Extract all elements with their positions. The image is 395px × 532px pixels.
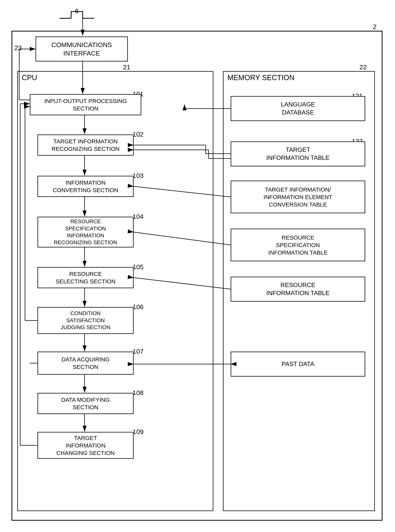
ref-23: 23	[14, 44, 22, 52]
ref-106: 106	[133, 303, 144, 311]
resource-spec-table-box: RESOURCE SPECIFICATION INFORMATION TABLE	[231, 229, 365, 261]
ref-6: 6	[75, 7, 79, 15]
ref-2: 2	[373, 23, 377, 31]
resource-info-table-box: RESOURCE INFORMATION TABLE	[231, 277, 365, 302]
comm-interface-box: COMMUNICATIONS INTERFACE	[36, 37, 128, 61]
ref-22: 22	[359, 63, 367, 71]
language-database-label: LANGUAGE DATABASE	[281, 100, 315, 116]
resource-selecting-box: RESOURCE SELECTING SECTION	[38, 267, 134, 288]
ref-103: 103	[133, 172, 144, 179]
ref-109: 109	[133, 428, 144, 435]
data-acquiring-label: DATA ACQUIRING SECTION	[61, 356, 110, 371]
target-info-changing-label: TARGET INFORMATION CHANGING SECTION	[56, 434, 115, 457]
info-converting-label: INFORMATION CONVERTING SECTION	[53, 179, 118, 194]
comm-interface-label: COMMUNICATIONS INTERFACE	[51, 41, 112, 57]
condition-satisfaction-box: CONDITION SATISFACTION JUDGING SECTION	[38, 307, 134, 334]
target-info-recognizing-box: TARGET INFORMATION RECOGNIZING SECTION	[38, 135, 134, 156]
resource-info-table-label: RESOURCE INFORMATION TABLE	[266, 281, 330, 297]
resource-selecting-label: RESOURCE SELECTING SECTION	[55, 270, 115, 285]
ref-102: 102	[133, 131, 144, 138]
memory-label: MEMORY SECTION	[227, 74, 295, 82]
target-info-element-box: TARGET INFORMATION/ INFORMATION ELEMENT …	[231, 181, 365, 213]
past-data-box: PAST DATA	[231, 352, 365, 377]
resource-spec-recognizing-box: RESOURCE SPECIFICATION INFORMATION RECOG…	[38, 217, 134, 247]
io-processing-box: INPUT-OUTPUT PROCESSING SECTION	[30, 94, 141, 115]
data-modifying-box: DATA MODIFYING SECTION	[38, 393, 134, 414]
target-info-changing-box: TARGET INFORMATION CHANGING SECTION	[38, 432, 134, 459]
io-processing-label: INPUT-OUTPUT PROCESSING SECTION	[44, 97, 127, 112]
cpu-label: CPU	[22, 74, 37, 82]
target-info-element-label: TARGET INFORMATION/ INFORMATION ELEMENT …	[263, 186, 332, 208]
resource-spec-recognizing-label: RESOURCE SPECIFICATION INFORMATION RECOG…	[54, 218, 117, 246]
data-modifying-label: DATA MODIFYING SECTION	[61, 396, 110, 411]
data-acquiring-box: DATA ACQUIRING SECTION	[38, 352, 134, 375]
condition-satisfaction-label: CONDITION SATISFACTION JUDGING SECTION	[61, 310, 110, 331]
target-info-recognizing-label: TARGET INFORMATION RECOGNIZING SECTION	[51, 138, 119, 152]
ref-105: 105	[133, 263, 144, 271]
info-converting-box: INFORMATION CONVERTING SECTION	[38, 176, 134, 197]
ref-107: 107	[133, 348, 144, 355]
diagram-container: CPU MEMORY SECTION 2 21 22 23 COMMUNICAT…	[0, 0, 395, 532]
target-info-table-box: TARGET INFORMATION TABLE	[231, 141, 365, 166]
past-data-label: PAST DATA	[282, 360, 314, 368]
ref-104: 104	[133, 213, 144, 220]
target-info-table-label: TARGET INFORMATION TABLE	[266, 146, 330, 162]
ref-21: 21	[123, 63, 130, 71]
resource-spec-table-label: RESOURCE SPECIFICATION INFORMATION TABLE	[268, 234, 328, 256]
language-database-box: LANGUAGE DATABASE	[231, 96, 365, 121]
ref-108: 108	[133, 389, 144, 396]
